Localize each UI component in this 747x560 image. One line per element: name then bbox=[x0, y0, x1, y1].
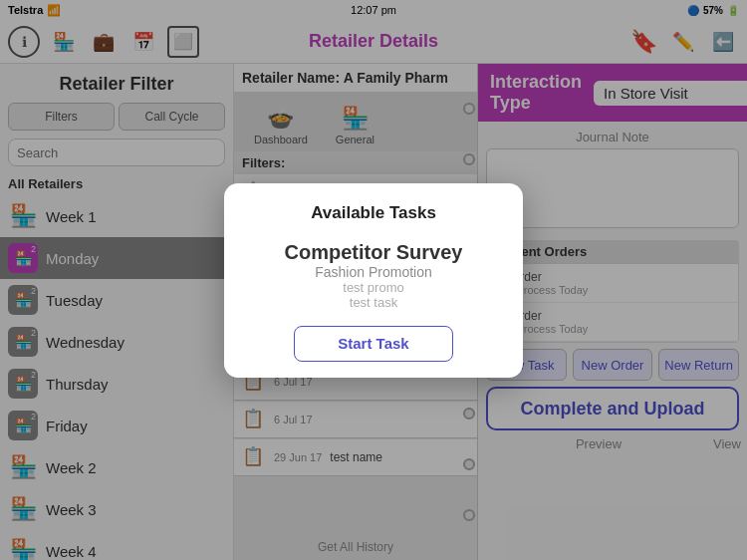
modal-task-name: Competitor Survey bbox=[244, 241, 503, 264]
modal-title: Available Tasks bbox=[244, 203, 503, 223]
start-task-button[interactable]: Start Task bbox=[294, 326, 453, 362]
modal-overlay[interactable]: Available Tasks Competitor Survey Fashio… bbox=[0, 0, 747, 560]
modal-box: Available Tasks Competitor Survey Fashio… bbox=[224, 183, 523, 378]
modal-task-sub2: test promo bbox=[244, 280, 503, 295]
modal-task-sub3: test task bbox=[244, 295, 503, 310]
modal-task-sub1: Fashion Promotion bbox=[244, 264, 503, 280]
